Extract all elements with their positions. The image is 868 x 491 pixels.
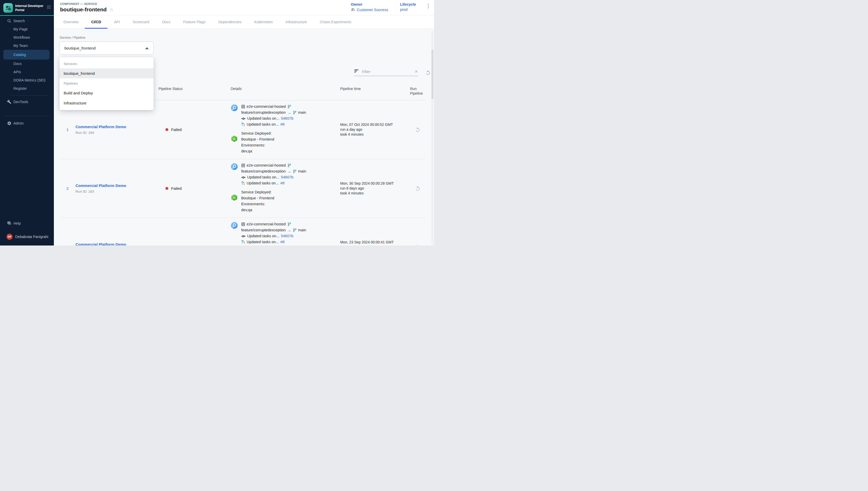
sidebar-item-admin[interactable]: Admin: [0, 119, 54, 127]
status-cell: Failed: [155, 218, 227, 246]
commit-link[interactable]: 54607b: [281, 116, 293, 121]
sidebar-item-search[interactable]: Search: [0, 17, 54, 25]
pr-link[interactable]: #8: [280, 180, 284, 186]
filter-input[interactable]: [362, 69, 412, 74]
help-button[interactable]: ? Help: [0, 219, 54, 227]
search-icon: [7, 19, 11, 23]
tab-infrastructure[interactable]: Infrastructure: [279, 15, 313, 29]
gear-icon: [7, 121, 11, 125]
clear-filter-icon[interactable]: ✕: [415, 69, 418, 74]
commit-icon: [241, 117, 246, 120]
pr-link[interactable]: #8: [280, 239, 284, 245]
sidebar-item-workflows[interactable]: Workflows: [0, 33, 54, 41]
pull-request-icon: [241, 181, 245, 185]
col-pipeline-time: Pipeline time: [338, 86, 410, 96]
tab-feature-flags[interactable]: Feature Flags: [177, 15, 212, 29]
service-pipeline-label: Service / Pipeline: [60, 36, 85, 39]
svg-text:∞: ∞: [233, 196, 235, 200]
favorite-star-icon[interactable]: ☆: [109, 7, 114, 12]
source-branch: feature/corruptedexception: [241, 168, 286, 174]
wrench-icon: [7, 100, 11, 104]
run-timestamp: Mon, 23 Sep 2024 00:00:41 GMT: [340, 240, 394, 245]
rerun-pipeline-icon[interactable]: [415, 186, 421, 191]
sidebar-item-label: Search: [13, 19, 25, 23]
deployed-label: Service Deployed:: [241, 189, 274, 195]
app-logo-icon: [3, 3, 13, 12]
owner-link[interactable]: Customer Success: [357, 8, 388, 12]
git-branch-icon: [293, 111, 297, 115]
user-name: Debabrata Panigrahi: [15, 235, 48, 239]
target-branch: main: [298, 168, 306, 174]
commit-link[interactable]: 54607b: [281, 174, 293, 180]
tab-docs[interactable]: Docs: [156, 15, 177, 29]
pr-message: Updated tasks on...: [247, 121, 279, 127]
repository-icon: [241, 164, 245, 167]
entity-meta: Owner Customer Success Lifecycl: [351, 2, 429, 12]
pr-message: Updated tasks on...: [247, 239, 279, 245]
owner-block: Owner Customer Success: [351, 2, 388, 12]
pull-request-icon: [241, 240, 245, 244]
commit-message: Updated tasks on...: [247, 116, 279, 121]
failed-dot-icon: [165, 187, 168, 190]
tab-overview[interactable]: Overview: [57, 15, 85, 29]
help-chat-icon: ?: [7, 221, 11, 226]
commit-link[interactable]: 54607b: [281, 233, 293, 239]
page-title: boutique-frontend: [60, 6, 107, 12]
sidebar-item-docs[interactable]: Docs: [0, 60, 54, 68]
repo-name: e2e-commercial-hosted: [247, 104, 286, 110]
lifecycle-value: prod: [400, 7, 407, 11]
tab-dependencies[interactable]: Dependencies: [212, 15, 248, 29]
tab-cicd[interactable]: CI/CD: [85, 15, 107, 29]
rerun-pipeline-icon[interactable]: [415, 244, 421, 246]
avatar: DP: [6, 234, 12, 240]
sidebar-item-my-team[interactable]: My Team: [0, 41, 54, 50]
rerun-pipeline-icon[interactable]: [415, 127, 421, 133]
source-branch: feature/corruptedexception: [241, 110, 286, 116]
filter-field[interactable]: ✕: [354, 69, 418, 76]
service-pipeline-select[interactable]: boutique_frontend: [60, 41, 154, 55]
scrollbar-thumb[interactable]: [431, 50, 433, 99]
tab-kubernetes[interactable]: Kubernetes: [248, 15, 279, 29]
dropdown-option-infrastructure[interactable]: Infrastructure: [60, 98, 154, 108]
tab-scorecard[interactable]: Scorecard: [126, 15, 156, 29]
kebab-menu-icon[interactable]: [428, 4, 429, 9]
tab-chaos-experiments[interactable]: Chaos Experiments: [313, 15, 358, 29]
target-branch: main: [298, 110, 306, 116]
svg-text:?: ?: [8, 222, 9, 224]
sidebar-item-dora-metrics[interactable]: DORA Metrics (SEI): [0, 76, 54, 84]
col-details: Details: [227, 86, 338, 96]
git-branch-icon: [287, 105, 291, 109]
dropdown-option-build-and-deploy[interactable]: Build and Deploy: [60, 88, 154, 98]
user-menu[interactable]: DP Debabrata Panigrahi: [0, 231, 54, 242]
target-branch: main: [298, 227, 306, 233]
git-branch-icon: [287, 222, 291, 226]
dropdown-option-boutique-frontend[interactable]: boutique_frontend: [60, 68, 154, 78]
owner-label: Owner: [351, 2, 388, 6]
app-switcher-icon[interactable]: [47, 5, 51, 10]
repository-icon: [241, 222, 245, 226]
run-duration: took 4 minutes: [340, 132, 364, 137]
tab-api[interactable]: API: [107, 15, 126, 29]
lifecycle-block: Lifecycle prod: [400, 2, 416, 11]
refresh-icon[interactable]: [425, 70, 431, 76]
sidebar-item-devtools[interactable]: DevTools: [0, 98, 54, 106]
pipeline-name-link[interactable]: Commercial Platform Demo: [75, 242, 126, 246]
sidebar-item-my-page[interactable]: My Page: [0, 25, 54, 33]
arrow-right-icon: →: [287, 110, 291, 116]
sidebar-item-apis[interactable]: APIs: [0, 68, 54, 76]
sidebar-item-catalog[interactable]: Catalog: [3, 50, 50, 60]
caret-up-icon: [145, 47, 149, 49]
pipeline-name-link[interactable]: Commercial Platform Demo: [75, 124, 126, 129]
cd-stage-icon: ∞: [231, 135, 238, 142]
brand-title: Internal Developer Portal: [15, 3, 44, 12]
vertical-scrollbar[interactable]: [431, 31, 433, 246]
pr-link[interactable]: #8: [280, 121, 284, 127]
ci-stage-icon: [231, 163, 238, 170]
main-area: COMPONENT — SERVICE boutique-frontend ☆ …: [54, 0, 434, 246]
details-cell: e2e-commercial-hosted feature/corruptede…: [227, 159, 338, 218]
status-cell: Failed: [155, 159, 227, 218]
sidebar-item-register[interactable]: Register: [0, 84, 54, 93]
ci-stage-icon: [231, 222, 238, 229]
pipeline-name-link[interactable]: Commercial Platform Demo: [75, 183, 126, 188]
pr-message: Updated tasks on...: [247, 180, 279, 186]
